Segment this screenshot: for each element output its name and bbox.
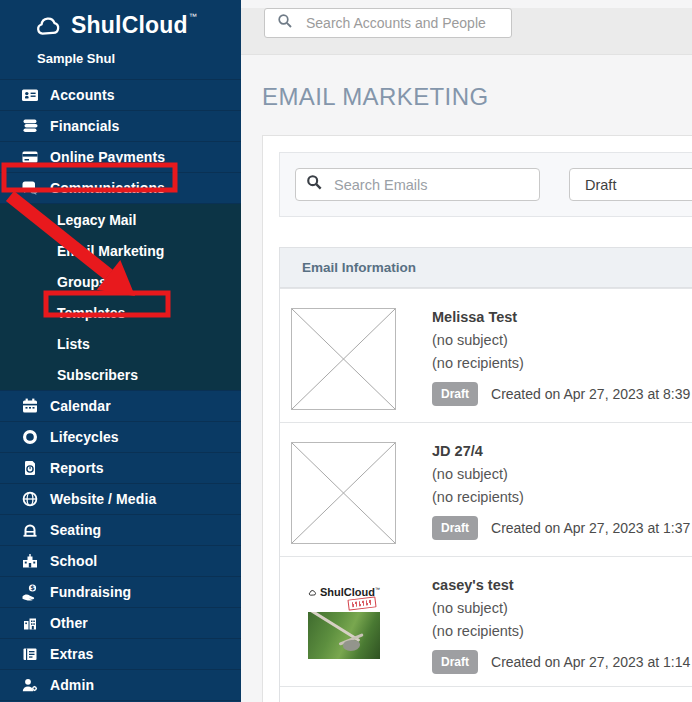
sidebar-nav: Accounts Financials Online Payments Comm… (0, 79, 241, 702)
sidebar-subitem-lists[interactable]: Lists (0, 328, 241, 359)
buildings-icon (21, 614, 39, 632)
global-search[interactable] (264, 8, 512, 38)
coins-icon (21, 117, 39, 135)
email-meta: Draft Created on Apr 27, 2023 at 8:39 PM… (432, 382, 692, 406)
email-dates: Created on Apr 27, 2023 at 1:14 PM, Upda (491, 654, 692, 670)
email-preview-image: ShulCloud ™ (308, 586, 380, 659)
email-thumbnail (291, 440, 396, 544)
email-search-input[interactable] (332, 176, 539, 194)
sidebar-item-label: Seating (50, 522, 101, 538)
credit-card-icon (21, 148, 39, 166)
email-recipients: (no recipients) (432, 352, 692, 375)
proof-stamp-icon (347, 596, 376, 610)
topbar (241, 8, 692, 55)
sidebar-item-communications[interactable]: Communications (0, 172, 241, 203)
sidebar-item-label: Reports (50, 460, 104, 476)
sidebar-item-financials[interactable]: Financials (0, 110, 241, 141)
sidebar-item-school[interactable]: School (0, 545, 241, 576)
sidebar-item-reports[interactable]: Reports (0, 452, 241, 483)
sidebar-item-fundraising[interactable]: $ Fundraising (0, 576, 241, 607)
email-meta: Draft Created on Apr 27, 2023 at 1:14 PM… (432, 650, 692, 674)
communications-submenu: Legacy Mail Email Marketing Groups Templ… (0, 203, 241, 390)
email-row[interactable]: ShulCloud ™ (280, 556, 692, 686)
nature-photo (308, 612, 380, 659)
brand-name: ShulCloud (71, 12, 188, 38)
email-title: Melissa Test (432, 306, 692, 329)
trademark-symbol: ™ (189, 12, 197, 22)
bench-icon (21, 521, 39, 539)
email-dates: Created on Apr 27, 2023 at 1:37 PM, Upda (491, 520, 692, 536)
sidebar-item-label: Other (50, 615, 88, 631)
cloud-logo-icon (34, 12, 71, 42)
submenu-label: Groups (57, 274, 107, 290)
sidebar-item-label: Website / Media (50, 491, 156, 507)
trademark-symbol: ™ (375, 586, 380, 592)
search-icon (306, 174, 323, 195)
sidebar-item-label: Calendar (50, 398, 111, 414)
email-subject: (no subject) (432, 329, 692, 352)
email-row[interactable]: Melissa Test (no subject) (no recipients… (280, 288, 692, 422)
main-area: EMAIL MARKETING Draft Email Information (241, 0, 692, 702)
email-subject: (no subject) (432, 463, 692, 486)
filter-panel: Draft (279, 152, 692, 217)
email-subject: (no subject) (432, 597, 692, 620)
page-title: EMAIL MARKETING (262, 82, 692, 112)
submenu-label: Lists (57, 336, 90, 352)
sidebar-item-seating[interactable]: Seating (0, 514, 241, 545)
placeholder-image-icon (291, 442, 396, 544)
report-document-icon (21, 459, 39, 477)
email-info: JD 27/4 (no subject) (no recipients) Dra… (432, 440, 692, 544)
email-search[interactable] (295, 168, 540, 201)
status-badge: Draft (432, 650, 478, 674)
sidebar-subitem-groups[interactable]: Groups (0, 266, 241, 297)
id-card-icon (21, 86, 39, 104)
email-marketing-card: Draft Email Information Melissa Test (262, 135, 692, 702)
status-filter-select[interactable]: Draft (569, 168, 692, 201)
submenu-label: Email Marketing (57, 243, 164, 259)
global-search-input[interactable] (304, 14, 511, 32)
sidebar-subitem-legacy-mail[interactable]: Legacy Mail (0, 204, 241, 235)
email-dates: Created on Apr 27, 2023 at 8:39 PM, Upda (491, 386, 692, 402)
sidebar-item-online-payments[interactable]: Online Payments (0, 141, 241, 172)
user-gear-icon (21, 676, 39, 694)
sidebar-item-extras[interactable]: Extras (0, 638, 241, 669)
sidebar-item-label: Admin (50, 677, 94, 693)
sidebar-item-label: Online Payments (50, 149, 165, 165)
sidebar-item-label: Fundraising (50, 584, 131, 600)
svg-text:$: $ (30, 584, 35, 592)
email-recipients: (no recipients) (432, 486, 692, 509)
book-icon (21, 645, 39, 663)
sidebar-item-other[interactable]: Other (0, 607, 241, 638)
sidebar-item-label: Lifecycles (50, 429, 119, 445)
sidebar-item-website-media[interactable]: Website / Media (0, 483, 241, 514)
search-icon (277, 13, 293, 33)
school-building-icon (21, 552, 39, 570)
placeholder-image-icon (291, 308, 396, 410)
sidebar-item-label: School (50, 553, 97, 569)
email-row[interactable]: My test email (280, 686, 692, 702)
globe-icon (21, 490, 39, 508)
brand-logo[interactable]: ShulCloud ™ (0, 0, 241, 42)
status-badge: Draft (432, 382, 478, 406)
sidebar-subitem-subscribers[interactable]: Subscribers (0, 359, 241, 390)
ring-icon (21, 428, 39, 446)
sidebar-item-admin[interactable]: Admin (0, 669, 241, 700)
org-name: Sample Shul (0, 42, 241, 79)
calendar-icon (21, 397, 39, 415)
email-meta: Draft Created on Apr 27, 2023 at 1:37 PM… (432, 516, 692, 540)
sidebar-item-calendar[interactable]: Calendar (0, 390, 241, 421)
submenu-label: Legacy Mail (57, 212, 136, 228)
email-row[interactable]: JD 27/4 (no subject) (no recipients) Dra… (280, 422, 692, 556)
chat-bubbles-icon (21, 179, 39, 197)
bird-graphic (343, 640, 360, 651)
hand-dollar-icon: $ (21, 583, 39, 601)
email-info: casey's test (no subject) (no recipients… (432, 574, 692, 674)
sidebar-item-lifecycles[interactable]: Lifecycles (0, 421, 241, 452)
sidebar-subitem-templates[interactable]: Templates (0, 297, 241, 328)
email-title: casey's test (432, 574, 692, 597)
sidebar-item-accounts[interactable]: Accounts (0, 79, 241, 110)
email-thumbnail: ShulCloud ™ (291, 574, 396, 674)
submenu-label: Templates (57, 305, 125, 321)
sidebar-item-label: Financials (50, 118, 119, 134)
sidebar-subitem-email-marketing[interactable]: Email Marketing (0, 235, 241, 266)
